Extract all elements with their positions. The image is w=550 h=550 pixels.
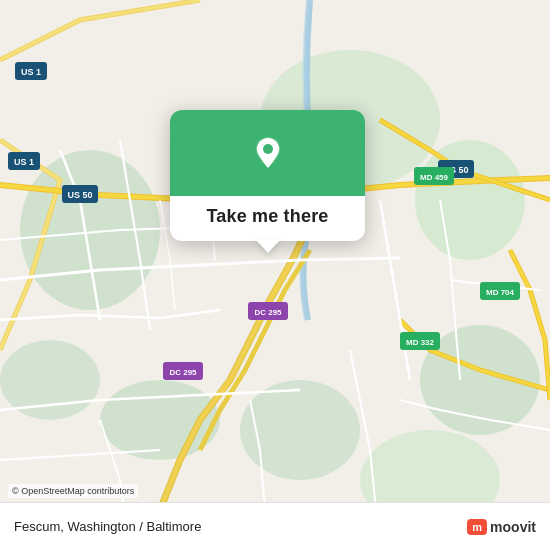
location-name: Fescum, [14, 519, 67, 534]
moovit-brand-text: moovit [490, 519, 536, 535]
svg-text:DC 295: DC 295 [169, 368, 197, 377]
moovit-logo[interactable]: m moovit [467, 519, 536, 535]
app-info: Fescum, Washington / Baltimore [14, 519, 201, 534]
location-region: Washington / Baltimore [67, 519, 201, 534]
svg-point-7 [240, 380, 360, 480]
svg-point-28 [263, 144, 273, 154]
map-container: US 1 US 1 US 50 US 50 MD 459 DC 295 DC 2… [0, 0, 550, 550]
svg-text:DC 295: DC 295 [254, 308, 282, 317]
take-me-there-button[interactable]: Take me there [206, 206, 328, 227]
moovit-m-badge: m [467, 519, 487, 535]
svg-text:MD 332: MD 332 [406, 338, 435, 347]
popup-button-area[interactable]: Take me there [170, 196, 365, 241]
popup-icon-area [170, 110, 365, 196]
osm-attribution: © OpenStreetMap contributors [12, 486, 134, 496]
bottom-bar: Fescum, Washington / Baltimore m moovit [0, 502, 550, 550]
svg-text:US 1: US 1 [21, 67, 41, 77]
location-text: Fescum, Washington / Baltimore [14, 519, 201, 534]
map-svg: US 1 US 1 US 50 US 50 MD 459 DC 295 DC 2… [0, 0, 550, 550]
location-pin-icon [246, 132, 290, 176]
svg-point-4 [415, 140, 525, 260]
svg-text:MD 704: MD 704 [486, 288, 515, 297]
attribution-overlay: © OpenStreetMap contributors [8, 484, 138, 498]
svg-text:US 1: US 1 [14, 157, 34, 167]
svg-text:US 50: US 50 [67, 190, 92, 200]
svg-text:MD 459: MD 459 [420, 173, 449, 182]
popup-card: Take me there [170, 110, 365, 241]
